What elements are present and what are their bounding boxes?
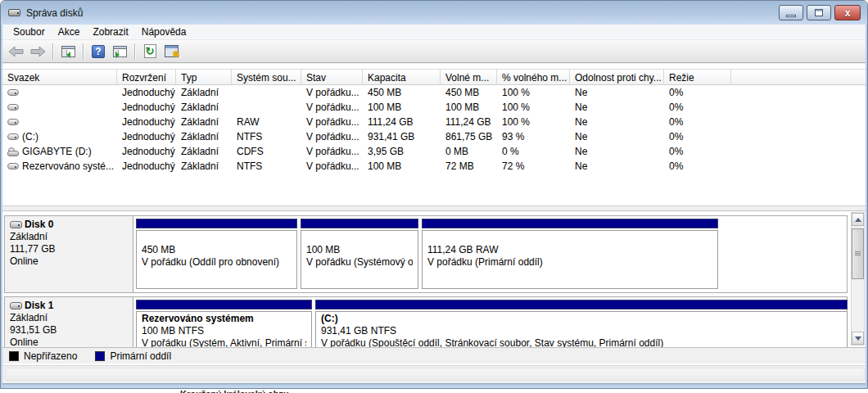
partition-label: (C:) <box>321 313 842 325</box>
window-border-bottom <box>1 383 867 389</box>
disk-partitions: 450 MB V pořádku (Oddíl pro obnovení) 10… <box>136 216 718 292</box>
help-button[interactable]: ? <box>88 42 108 61</box>
background-clipped-text: Kroužený královský obzu <box>180 389 289 393</box>
window-border-right <box>866 25 867 389</box>
partition[interactable]: 100 MB V pořádku (Systémový od <box>301 219 418 293</box>
console-client-area: Svazek Rozvržení Typ Systém sou... Stav … <box>2 64 867 383</box>
header-stav[interactable]: Stav <box>301 70 363 85</box>
scroll-thumb[interactable] <box>852 228 864 279</box>
partition[interactable]: 111,24 GB RAW V pořádku (Primární oddíl) <box>422 219 718 293</box>
header-system-souboru[interactable]: Systém sou... <box>232 70 301 85</box>
header-rozvrzeni[interactable]: Rozvržení <box>117 70 176 85</box>
disk-size: 931,51 GB <box>10 324 129 337</box>
partition-size: 450 MB <box>142 244 292 256</box>
volume-row[interactable]: Jednoduchý Základní V pořádku... 450 MB … <box>2 85 867 100</box>
menu-item-akce[interactable]: Akce <box>52 25 87 39</box>
header-procento-volneho[interactable]: % volného m... <box>497 70 570 85</box>
refresh-button[interactable]: ↻ <box>140 42 160 61</box>
legend-unallocated-label: Nepřiřazeno <box>24 350 77 362</box>
partition[interactable]: 450 MB V pořádku (Oddíl pro obnovení) <box>136 219 297 293</box>
window-controls: x <box>779 5 861 20</box>
refresh-icon: ↻ <box>144 44 156 58</box>
volume-row[interactable]: Jednoduchý Základní V pořádku... 100 MB … <box>2 100 867 115</box>
header-svazek[interactable]: Svazek <box>2 70 117 85</box>
back-button[interactable] <box>7 42 26 61</box>
legend-unallocated-swatch <box>9 351 19 361</box>
partition-header <box>315 300 848 309</box>
volume-icon <box>7 104 19 111</box>
disk-management-app-icon <box>8 7 21 18</box>
partition-label: Rezervováno systémem <box>142 313 306 325</box>
status-bar <box>2 365 867 383</box>
show-console-tree-button[interactable] <box>58 42 78 61</box>
partition-header <box>301 219 418 228</box>
partition-label <box>427 232 712 244</box>
partition-status: V pořádku (Primární oddíl) <box>427 256 712 269</box>
partition-header <box>422 219 718 228</box>
volume-row[interactable]: GIGABYTE (D:) Jednoduchý Základní CDFS V… <box>2 144 867 159</box>
window-title: Správa disků <box>26 7 83 19</box>
partition-size: 111,24 GB RAW <box>427 244 712 256</box>
disk-name: Disk 1 <box>25 300 53 312</box>
header-rezie[interactable]: Režie <box>664 70 731 85</box>
menu-item-soubor[interactable]: Soubor <box>7 25 52 39</box>
disk-type: Základní <box>10 312 129 324</box>
forward-button[interactable] <box>28 42 47 61</box>
disk-management-window: Správa disků x Soubor Akce Zobrazit Nápo… <box>0 0 868 389</box>
action-pane-icon <box>113 46 127 57</box>
volume-icon <box>7 119 19 125</box>
partition-status: V pořádku (Oddíl pro obnovení) <box>142 256 292 269</box>
partition-size: 100 MB <box>306 244 413 256</box>
window-border-left <box>1 25 2 389</box>
menu-item-zobrazit[interactable]: Zobrazit <box>86 25 134 39</box>
header-typ[interactable]: Typ <box>176 70 232 85</box>
legend-primary-swatch <box>95 351 105 361</box>
cd-drive-icon <box>7 147 19 156</box>
volume-row[interactable]: (C:) Jednoduchý Základní NTFS V pořádku.… <box>2 129 867 144</box>
minimize-button[interactable] <box>779 5 803 20</box>
restore-button[interactable] <box>807 5 831 20</box>
menu-item-napoveda[interactable]: Nápověda <box>135 25 193 39</box>
volume-list: Jednoduchý Základní V pořádku... 450 MB … <box>2 85 867 174</box>
graph-scrollbar[interactable] <box>851 212 865 346</box>
menubar: Soubor Akce Zobrazit Nápověda <box>2 25 868 40</box>
disk-size: 111,77 GB <box>10 243 129 255</box>
volume-row[interactable]: Jednoduchý Základní RAW V pořádku... 111… <box>2 115 867 129</box>
scroll-down-button[interactable] <box>852 332 864 345</box>
toolbar-separator <box>83 43 84 60</box>
disk-name: Disk 0 <box>25 219 53 231</box>
help-icon: ? <box>92 45 105 58</box>
close-button[interactable]: x <box>834 5 861 20</box>
partition-status: V pořádku (Systémový od <box>306 256 413 269</box>
disk-icon <box>10 221 22 228</box>
rescan-disks-icon: ✱ <box>165 45 179 57</box>
restore-icon <box>815 9 823 16</box>
splitter[interactable] <box>2 206 867 211</box>
disk-type: Základní <box>10 231 129 243</box>
volume-icon <box>7 89 19 96</box>
back-arrow-icon <box>8 46 25 57</box>
titlebar[interactable]: Správa disků x <box>1 1 867 25</box>
toolbar: ? ↻ ✱ <box>2 40 868 63</box>
toolbar-separator <box>134 43 135 60</box>
partition-size: 100 MB NTFS <box>142 325 306 337</box>
partition-label <box>142 232 292 244</box>
disk-info-panel[interactable]: Disk 0 Základní 111,77 GB Online <box>5 216 133 292</box>
scroll-up-button[interactable] <box>852 213 864 226</box>
graphical-view: Disk 0 Základní 111,77 GB Online 450 MB … <box>2 211 867 364</box>
header-volne-misto[interactable]: Volné m... <box>441 70 497 85</box>
partition-size: 931,41 GB NTFS <box>321 325 842 337</box>
volume-row[interactable]: Rezervováno systé... Jednoduchý Základní… <box>2 159 867 174</box>
rescan-disks-button[interactable]: ✱ <box>161 42 181 61</box>
partition-header <box>136 300 312 309</box>
volume-icon <box>7 163 19 169</box>
volume-icon <box>7 133 19 140</box>
scroll-down-arrow-icon <box>855 337 861 344</box>
header-cell-empty <box>731 70 867 85</box>
show-action-pane-button[interactable] <box>110 42 129 61</box>
forward-arrow-icon <box>29 46 46 57</box>
header-kapacita[interactable]: Kapacita <box>363 70 441 85</box>
legend-primary-label: Primární oddíl <box>110 350 171 362</box>
header-odolnost[interactable]: Odolnost proti chy... <box>570 70 664 85</box>
toolbar-separator <box>52 43 53 60</box>
